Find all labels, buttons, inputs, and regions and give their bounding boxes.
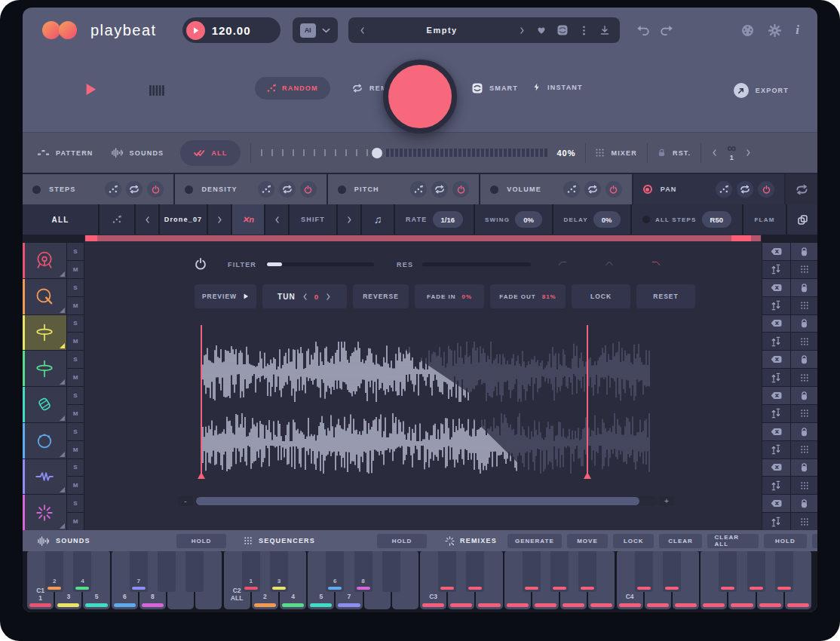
black-key[interactable] xyxy=(523,551,541,592)
ai-mode-dropdown[interactable]: AI xyxy=(293,17,338,43)
reverse-button[interactable]: REVERSE xyxy=(353,284,409,308)
black-key[interactable] xyxy=(635,551,653,592)
infinity-symbol[interactable]: ∞ xyxy=(727,144,736,153)
smart-mode-button[interactable]: SMART xyxy=(472,83,518,94)
lock-track-icon[interactable] xyxy=(791,243,818,260)
export-button[interactable]: EXPORT xyxy=(734,83,789,98)
fade-in-control[interactable]: FADE IN 0% xyxy=(415,284,484,308)
black-key[interactable]: 6 xyxy=(326,551,344,592)
piano-mode-icon[interactable] xyxy=(149,83,164,98)
track-4-mute-button[interactable]: M xyxy=(67,369,84,386)
track-drag-handle-icon[interactable] xyxy=(791,261,818,278)
preview-button[interactable]: PREVIEW xyxy=(195,284,256,308)
clear-track-icon[interactable] xyxy=(762,243,790,260)
black-key[interactable]: 4 xyxy=(73,551,91,592)
redo-icon[interactable] xyxy=(661,24,673,37)
black-key[interactable] xyxy=(382,551,400,592)
track-corner-handle[interactable] xyxy=(60,416,65,421)
track-drag-handle-icon[interactable] xyxy=(791,297,818,314)
preset-name[interactable]: Empty xyxy=(366,26,519,35)
lock-track-icon[interactable] xyxy=(791,351,818,368)
rate-control[interactable]: RATE 1/16 xyxy=(395,204,474,235)
randomize-icon[interactable] xyxy=(716,181,732,198)
sync-button[interactable] xyxy=(786,174,817,204)
delay-control[interactable]: DELAY 0% xyxy=(553,204,630,235)
clear-track-icon[interactable] xyxy=(762,459,790,477)
track-corner-handle[interactable] xyxy=(60,487,65,492)
black-key[interactable]: 1 xyxy=(242,551,260,592)
swing-control[interactable]: SWING 0% xyxy=(475,204,552,235)
transport-play-icon[interactable] xyxy=(84,83,97,96)
power-icon[interactable] xyxy=(300,181,317,198)
track-5-shaker[interactable] xyxy=(23,387,66,422)
slider-knob[interactable] xyxy=(372,148,382,158)
reset-icon[interactable] xyxy=(279,181,296,198)
track-5-mute-button[interactable]: M xyxy=(67,405,84,422)
randomize-icon[interactable] xyxy=(410,181,427,198)
track-8-mute-button[interactable]: M xyxy=(67,513,84,530)
page-prev-icon[interactable] xyxy=(711,149,718,156)
shift-left-button[interactable] xyxy=(265,204,288,235)
copy-button[interactable] xyxy=(787,204,817,235)
lock-track-icon[interactable] xyxy=(791,387,818,404)
lock-track-icon[interactable] xyxy=(791,279,818,296)
midi-icon[interactable] xyxy=(741,24,754,37)
note-mode-button[interactable]: ♫ xyxy=(362,204,394,235)
sample-progress-bar[interactable] xyxy=(84,235,762,242)
track-mixer-icon[interactable] xyxy=(762,441,790,459)
track-2-snare[interactable] xyxy=(23,279,66,314)
track-2-solo-button[interactable]: S xyxy=(67,279,84,296)
all-steps-control[interactable]: ALL STEPS R50 xyxy=(632,204,742,235)
randomize-icon[interactable] xyxy=(563,181,580,198)
remix-lock-button[interactable]: LOCK xyxy=(613,534,654,548)
sounds-tab[interactable]: SOUNDS xyxy=(112,147,164,158)
random-preset-icon[interactable] xyxy=(557,25,568,35)
undo-icon[interactable] xyxy=(636,24,649,37)
track-7-mute-button[interactable]: M xyxy=(67,477,84,494)
preset-menu-icon[interactable] xyxy=(579,26,589,35)
black-key[interactable] xyxy=(550,551,569,592)
track-mixer-icon[interactable] xyxy=(762,405,790,422)
page-next-icon[interactable] xyxy=(745,149,752,156)
black-key[interactable] xyxy=(466,551,484,592)
track-corner-handle[interactable] xyxy=(60,271,65,277)
track-4-hihat-open[interactable] xyxy=(23,351,66,386)
clear-track-icon[interactable] xyxy=(762,387,790,404)
pattern-tab[interactable]: PATTERN xyxy=(38,147,94,158)
randomize-amount-slider[interactable] xyxy=(261,149,368,156)
random-steps-value[interactable]: R50 xyxy=(702,211,731,228)
track-1-kick-drum[interactable] xyxy=(23,243,66,278)
tab-volume[interactable]: VOLUME xyxy=(480,174,631,204)
track-1-mute-button[interactable]: M xyxy=(67,261,84,278)
sample-prev-button[interactable] xyxy=(136,204,158,235)
zoom-in-button[interactable]: + xyxy=(659,496,674,506)
tune-up-icon[interactable] xyxy=(325,293,332,300)
track-3-hihat-closed[interactable] xyxy=(23,315,66,351)
flam-button[interactable]: FLAM xyxy=(743,204,786,235)
sample-end-handle[interactable] xyxy=(584,472,591,479)
sample-end-marker[interactable] xyxy=(587,325,588,474)
track-corner-handle[interactable] xyxy=(60,379,65,385)
black-key[interactable] xyxy=(438,551,456,592)
sounds-hold-button[interactable]: HOLD xyxy=(176,534,226,548)
track-6-mute-button[interactable]: M xyxy=(67,441,84,459)
black-key[interactable] xyxy=(158,551,176,592)
track-3-solo-button[interactable]: S xyxy=(67,315,84,333)
waveform-scrollbar[interactable]: - + xyxy=(178,496,674,506)
clear-track-icon[interactable] xyxy=(762,495,790,512)
black-key[interactable] xyxy=(185,551,204,592)
reset-lock-button[interactable]: RST. xyxy=(658,149,691,157)
random-mode-button[interactable]: RANDOM xyxy=(255,77,330,100)
power-icon[interactable] xyxy=(758,181,774,198)
scrollbar-rail[interactable] xyxy=(195,496,658,506)
track-mixer-icon[interactable] xyxy=(762,297,790,314)
sample-start-handle[interactable] xyxy=(198,472,205,479)
tab-pitch[interactable]: PITCH xyxy=(328,174,479,204)
main-trigger-button[interactable] xyxy=(383,60,457,133)
black-key[interactable] xyxy=(747,551,765,592)
settings-gear-icon[interactable] xyxy=(768,24,781,37)
save-preset-icon[interactable] xyxy=(600,26,609,35)
reset-icon[interactable] xyxy=(431,181,448,198)
track-corner-handle[interactable] xyxy=(60,343,65,348)
track-6-tambourine[interactable] xyxy=(23,423,66,459)
